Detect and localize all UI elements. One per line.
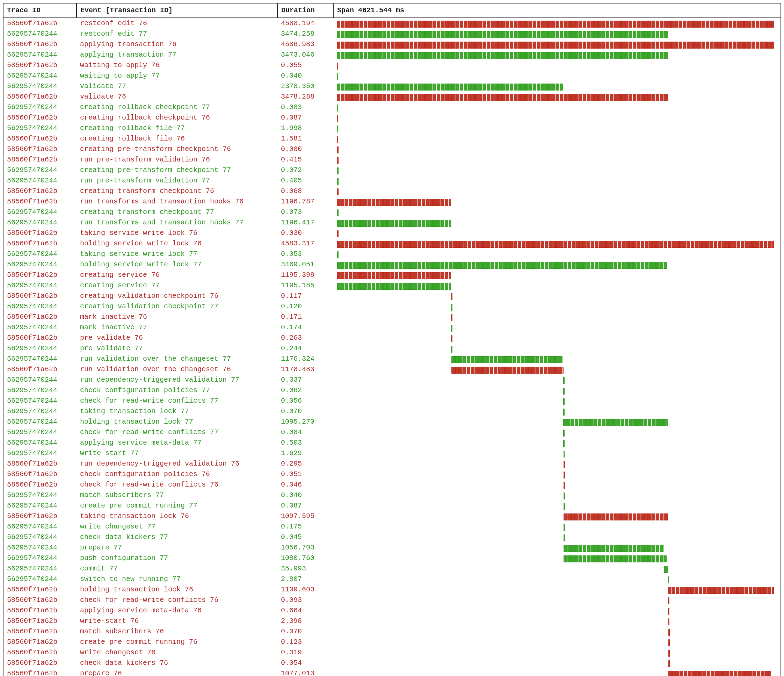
table-row[interactable]: 562957470244check for read-write conflic… [3, 427, 781, 438]
span-bar[interactable] [668, 629, 670, 636]
table-row[interactable]: 562957470244run pre-transform validation… [3, 176, 781, 186]
span-bar[interactable] [337, 231, 339, 237]
span-bar[interactable] [337, 283, 451, 290]
span-bar[interactable] [563, 534, 565, 541]
header-duration[interactable]: Duration [277, 3, 333, 18]
span-bar[interactable] [668, 587, 774, 594]
table-row[interactable]: 58560f71a62bvalidate 763478.288 [3, 92, 781, 102]
span-bar[interactable] [563, 419, 668, 426]
table-row[interactable]: 58560f71a62bpre validate 760.263 [3, 333, 781, 343]
span-bar[interactable] [337, 73, 338, 80]
span-bar[interactable] [563, 492, 565, 500]
span-bar[interactable] [563, 545, 664, 552]
table-row[interactable]: 562957470244mark inactive 770.174 [3, 322, 781, 333]
table-row[interactable]: 58560f71a62bcreating pre-transform check… [3, 144, 781, 154]
span-bar[interactable] [337, 220, 451, 227]
span-bar[interactable] [563, 503, 565, 510]
table-row[interactable]: 58560f71a62bcreating rollback checkpoint… [3, 112, 781, 123]
span-bar[interactable] [563, 440, 565, 447]
table-row[interactable]: 58560f71a62bapplying transaction 764586.… [3, 39, 781, 50]
table-row[interactable]: 562957470244run validation over the chan… [3, 354, 781, 364]
table-row[interactable]: 562957470244creating pre-transform check… [3, 165, 781, 176]
span-bar[interactable] [337, 20, 774, 28]
table-row[interactable]: 58560f71a62bcreating service 761195.398 [3, 270, 781, 280]
table-row[interactable]: 58560f71a62btaking service write lock 76… [3, 228, 781, 238]
table-row[interactable]: 58560f71a62bcheck for read-write conflic… [3, 595, 781, 605]
span-bar[interactable] [668, 650, 670, 657]
table-row[interactable]: 58560f71a62brun transforms and transacti… [3, 196, 781, 207]
table-row[interactable]: 562957470244creating rollback checkpoint… [3, 102, 781, 112]
span-bar[interactable] [337, 94, 668, 101]
table-row[interactable]: 562957470244creating service 771195.185 [3, 280, 781, 291]
span-bar[interactable] [668, 660, 670, 667]
table-row[interactable]: 562957470244run dependency-triggered val… [3, 375, 781, 385]
table-row[interactable]: 562957470244creating validation checkpoi… [3, 301, 781, 312]
table-row[interactable]: 58560f71a62bprepare 761077.013 [3, 668, 781, 676]
span-bar[interactable] [563, 555, 667, 562]
table-row[interactable]: 58560f71a62bmark inactive 760.171 [3, 312, 781, 322]
table-row[interactable]: 58560f71a62bcreating validation checkpoi… [3, 291, 781, 301]
header-trace-id[interactable]: Trace ID [3, 3, 76, 18]
span-bar[interactable] [563, 388, 565, 395]
table-row[interactable]: 562957470244write-start 771.629 [3, 448, 781, 459]
span-bar[interactable] [563, 524, 565, 531]
span-bar[interactable] [664, 566, 668, 573]
span-bar[interactable] [337, 262, 668, 269]
span-bar[interactable] [668, 618, 670, 625]
table-row[interactable]: 58560f71a62bwaiting to apply 760.055 [3, 60, 781, 71]
span-bar[interactable] [337, 146, 339, 153]
table-row[interactable]: 562957470244match subscribers 770.040 [3, 490, 781, 500]
table-row[interactable]: 562957470244waiting to apply 770.040 [3, 71, 781, 81]
table-row[interactable]: 58560f71a62bholding transaction lock 761… [3, 584, 781, 595]
span-bar[interactable] [337, 167, 339, 174]
span-bar[interactable] [337, 104, 338, 112]
span-bar[interactable] [563, 450, 565, 458]
table-row[interactable]: 58560f71a62btaking transaction lock 7610… [3, 511, 781, 522]
table-row[interactable]: 58560f71a62bcreate pre commit running 76… [3, 637, 781, 647]
span-bar[interactable] [337, 42, 774, 48]
span-bar[interactable] [451, 335, 453, 342]
table-row[interactable]: 58560f71a62brun validation over the chan… [3, 364, 781, 375]
table-row[interactable]: 562957470244taking service write lock 77… [3, 249, 781, 259]
table-row[interactable]: 562957470244restconf edit 773474.258 [3, 29, 781, 39]
table-row[interactable]: 562957470244check configuration policies… [3, 385, 781, 396]
header-span[interactable]: Span 4621.544 ms [333, 3, 781, 18]
span-bar[interactable] [337, 84, 563, 90]
table-row[interactable]: 562957470244switch to new running 772.80… [3, 574, 781, 584]
span-bar[interactable] [668, 608, 669, 615]
table-row[interactable]: 562957470244pre validate 770.244 [3, 343, 781, 354]
span-bar[interactable] [563, 472, 565, 478]
span-bar[interactable] [337, 31, 668, 38]
table-row[interactable]: 58560f71a62bcheck configuration policies… [3, 469, 781, 480]
span-bar[interactable] [563, 377, 565, 384]
table-row[interactable]: 562957470244holding transaction lock 771… [3, 417, 781, 427]
table-row[interactable]: 58560f71a62bmatch subscribers 760.070 [3, 626, 781, 637]
span-bar[interactable] [451, 346, 453, 353]
span-bar[interactable] [668, 639, 670, 646]
table-row[interactable]: 562957470244applying service meta-data 7… [3, 438, 781, 448]
span-bar[interactable] [337, 157, 339, 164]
span-bar[interactable] [668, 597, 669, 604]
span-bar[interactable] [337, 199, 451, 206]
table-row[interactable]: 58560f71a62bwrite changeset 760.319 [3, 647, 781, 658]
table-row[interactable]: 562957470244commit 7735.993 [3, 564, 781, 574]
span-bar[interactable] [563, 514, 668, 520]
table-row[interactable]: 562957470244applying transaction 773473.… [3, 50, 781, 60]
table-row[interactable]: 58560f71a62brun dependency-triggered val… [3, 459, 781, 469]
span-bar[interactable] [337, 251, 339, 258]
span-bar[interactable] [563, 482, 565, 489]
table-row[interactable]: 562957470244check for read-write conflic… [3, 396, 781, 406]
span-bar[interactable] [668, 671, 771, 676]
span-bar[interactable] [337, 62, 338, 70]
span-bar[interactable] [337, 178, 339, 185]
table-row[interactable]: 58560f71a62bcheck data kickers 760.054 [3, 658, 781, 668]
span-bar[interactable] [337, 52, 668, 59]
table-row[interactable]: 58560f71a62bcreating rollback file 761.5… [3, 134, 781, 144]
span-bar[interactable] [337, 209, 339, 217]
table-row[interactable]: 58560f71a62bwrite-start 762.398 [3, 616, 781, 626]
span-bar[interactable] [451, 356, 563, 363]
table-row[interactable]: 58560f71a62brestconf edit 764588.194 [3, 18, 781, 29]
span-bar[interactable] [337, 136, 338, 143]
span-bar[interactable] [563, 461, 565, 468]
table-row[interactable]: 562957470244taking transaction lock 770.… [3, 406, 781, 417]
